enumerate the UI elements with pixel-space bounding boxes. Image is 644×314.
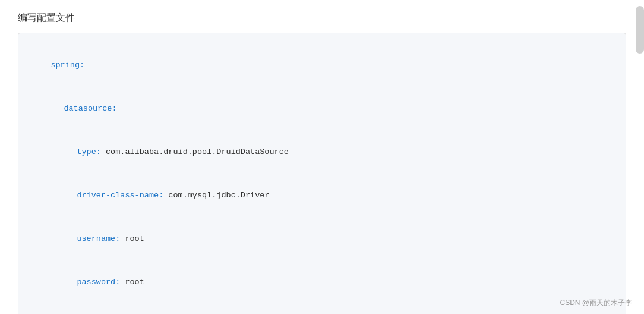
username-key: username: — [77, 234, 125, 243]
driver-key: driver-class-name: — [77, 191, 168, 200]
code-line-3: type: com.alibaba.druid.pool.DruidDataSo… — [31, 131, 613, 174]
type-value: com.alibaba.druid.pool.DruidDataSource — [106, 147, 289, 156]
section1-title: 编写配置文件 — [18, 12, 626, 24]
scrollbar[interactable] — [636, 6, 644, 54]
type-key: type: — [77, 147, 106, 156]
watermark: CSDN @雨天的木子李 — [560, 298, 632, 308]
spring-key: spring: — [50, 61, 84, 70]
password-key: password: — [77, 278, 125, 287]
code-line-4: driver-class-name: com.mysql.jdbc.Driver — [31, 174, 613, 218]
code-line-7: url: jdbc:mysql://localhost:3306/mybatis… — [31, 304, 613, 314]
code-block-1: spring: datasource: type: com.alibaba.dr… — [18, 33, 626, 314]
password-value: root — [125, 278, 144, 287]
code-line-2: datasource: — [31, 87, 613, 131]
code-line-5: username: root — [31, 218, 613, 261]
username-value: root — [125, 234, 144, 243]
code-line-1: spring: — [31, 44, 613, 87]
driver-value: com.mysql.jdbc.Driver — [168, 191, 269, 200]
datasource-key: datasource: — [64, 104, 116, 113]
code-line-6: password: root — [31, 260, 613, 304]
